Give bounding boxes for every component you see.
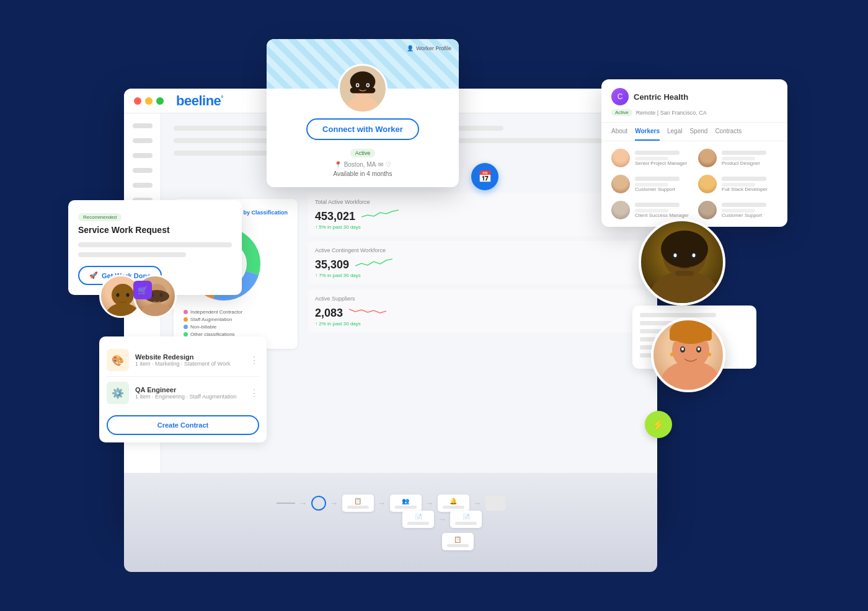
stats-cards: Total Active Workforce 453,021 ↑ 5% in p… <box>308 193 645 349</box>
worker-status-badge: Active <box>350 149 376 157</box>
stat-trend-2: ↑ 7% in past 30 days <box>315 273 637 278</box>
large-avatar-woman <box>651 318 725 392</box>
worker-role-3: Customer Support <box>635 187 691 192</box>
worker-thumb-2 <box>698 149 717 167</box>
centric-tabs: About Workers Legal Spend Contracts <box>601 123 787 141</box>
connect-with-worker-button[interactable]: Connect with Worker <box>306 118 419 140</box>
svg-point-23 <box>661 231 708 268</box>
service-bar-2 <box>78 252 186 257</box>
tab-legal[interactable]: Legal <box>667 128 682 141</box>
worker-role-6: Customer Support <box>722 213 777 218</box>
tab-contracts[interactable]: Contracts <box>715 128 742 141</box>
worker-thumb-1 <box>611 149 630 167</box>
svg-rect-7 <box>350 87 376 93</box>
svg-point-38 <box>670 353 674 356</box>
svg-point-34 <box>681 348 684 351</box>
sidebar <box>124 113 161 522</box>
sparkline-2 <box>355 256 392 268</box>
sidebar-item-3 <box>133 153 153 158</box>
tab-about[interactable]: About <box>611 128 627 141</box>
worker-role-5: Client Success Manager <box>635 213 691 218</box>
worker-availability: Available in 4 months <box>279 170 446 177</box>
svg-point-12 <box>367 84 369 87</box>
worker-card-2: Product Designer <box>698 149 777 167</box>
calendar-icon: 📅 <box>478 170 492 183</box>
analytics-icon: ⚡ <box>652 419 665 431</box>
stat-value-1: 453,021 <box>315 210 355 223</box>
job-details-2: QA Engineer 1 item · Engineering · Staff… <box>135 386 243 400</box>
stat-trend-1: ↑ 5% in past 30 days <box>315 224 637 230</box>
worker-card-1: Senior Project Manager <box>611 149 691 167</box>
centric-location: Remote | San Francisco, CA <box>636 110 707 116</box>
svg-point-28 <box>693 253 696 257</box>
filter-label[interactable]: by Classification <box>243 209 288 216</box>
centric-company-name: Centric Health <box>634 92 688 102</box>
stat-title-1: Total Active Workforce <box>315 199 637 205</box>
centric-health-panel: C Centric Health Active Remote | San Fra… <box>601 79 787 227</box>
stat-trend-3: ↑ 2% in past 30 days <box>315 321 637 327</box>
wf-node-bot[interactable]: 📋 <box>442 533 474 550</box>
wf-node-1[interactable]: 📋 <box>342 495 374 512</box>
job-item-1: 🎨 Website Redesign 1 item · Marketing · … <box>107 344 259 377</box>
centric-logo-icon: C <box>611 88 629 105</box>
centric-status: Active <box>611 109 632 116</box>
worker-profile-card: 👤 Worker Profile Connect with Worker <box>267 39 459 187</box>
analytics-icon-bubble[interactable]: ⚡ <box>645 411 672 438</box>
centric-meta: Active Remote | San Francisco, CA <box>611 109 777 116</box>
sidebar-item-1 <box>133 123 153 128</box>
job-meta-2: 1 item · Engineering · Staff Augmentatio… <box>135 393 243 400</box>
svg-rect-29 <box>675 271 694 276</box>
stat-card-suppliers: Active Suppliers 2,083 ↑ 2% in past 30 d… <box>308 289 645 333</box>
worker-role-1: Senior Project Manager <box>635 160 691 166</box>
create-contract-button[interactable]: Create Contract <box>107 415 259 435</box>
stat-title-2: Active Contingent Workforce <box>315 247 637 253</box>
stat-card-total: Total Active Workforce 453,021 ↑ 5% in p… <box>308 193 645 236</box>
traffic-light-green[interactable] <box>156 97 164 105</box>
svg-point-11 <box>356 84 358 87</box>
traffic-light-yellow[interactable] <box>145 97 153 105</box>
job-item-2: ⚙️ QA Engineer 1 item · Engineering · St… <box>107 377 259 409</box>
workflow-row-mid: 📄 → 📄 <box>299 511 482 528</box>
tab-spend[interactable]: Spend <box>689 128 707 141</box>
svg-point-31 <box>661 361 720 392</box>
worker-card-3: Customer Support <box>611 175 691 193</box>
cart-icon: 🛒 <box>138 286 148 295</box>
wf-node-2[interactable]: 👥 <box>390 495 422 512</box>
wf-node-3[interactable]: 🔔 <box>438 495 469 512</box>
workflow-row-top: → → 📋 → 👥 → 🔔 → <box>277 495 505 512</box>
svg-point-15 <box>117 293 120 297</box>
stat-card-contingent: Active Contingent Workforce 35,309 ↑ 7% … <box>308 241 645 284</box>
cart-icon-bubble[interactable]: 🛒 <box>133 281 152 299</box>
svg-point-16 <box>126 293 130 297</box>
worker-thumb-3 <box>611 175 630 193</box>
tab-workers[interactable]: Workers <box>635 128 660 141</box>
sparkline-1 <box>361 208 399 220</box>
wf-node-mid[interactable]: 📄 <box>402 511 434 528</box>
traffic-light-red[interactable] <box>134 97 141 105</box>
sparkline-3 <box>349 304 386 317</box>
worker-face-svg <box>340 66 386 112</box>
worker-card-4: Full Stack Developer <box>698 175 777 193</box>
job-more-2[interactable]: ⋮ <box>249 387 259 399</box>
workforce-section: Active Workforce by Classification <box>174 193 645 349</box>
sidebar-item-5 <box>133 183 153 188</box>
job-icon-1: 🎨 <box>107 349 129 371</box>
job-name-1: Website Redesign <box>135 353 243 361</box>
large-avatar-man <box>639 219 725 306</box>
svg-point-27 <box>674 253 677 257</box>
rocket-icon: 🚀 <box>89 271 98 279</box>
wf-node-mid2[interactable]: 📄 <box>450 511 482 528</box>
job-icon-2: ⚙️ <box>107 382 129 404</box>
job-more-1[interactable]: ⋮ <box>249 354 259 366</box>
workflow-row-bottom: 📋 <box>308 533 474 550</box>
worker-thumb-5 <box>611 201 630 219</box>
svg-point-19 <box>140 303 174 318</box>
svg-point-39 <box>707 353 711 356</box>
wf-start-node <box>311 496 326 511</box>
stat-value-3: 2,083 <box>315 307 343 320</box>
scene: beeline° <box>62 39 806 572</box>
calendar-icon-bubble[interactable]: 📅 <box>471 163 498 190</box>
centric-header: C Centric Health Active Remote | San Fra… <box>601 79 787 123</box>
worker-thumb-4 <box>698 175 717 193</box>
worker-location: 📍 Boston, MA ✉ ♡ <box>279 161 446 168</box>
